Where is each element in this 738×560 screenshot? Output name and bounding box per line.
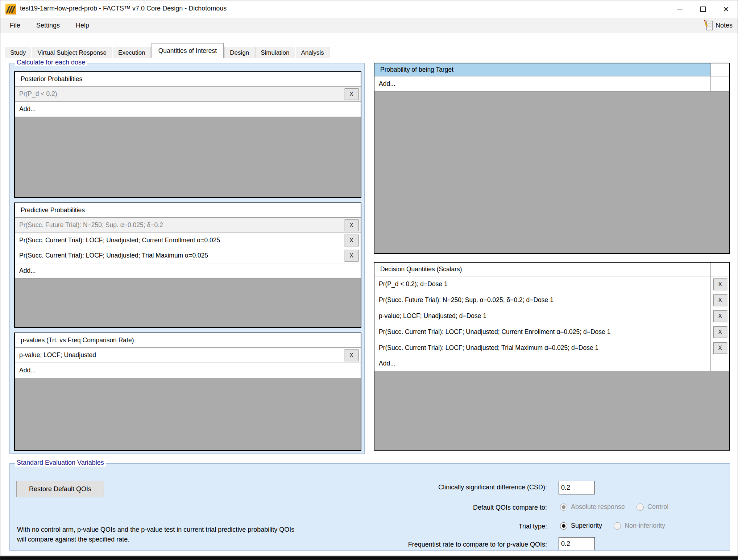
control-label: Control (647, 503, 668, 511)
panel-empty-area (374, 371, 729, 450)
non-inferiority-radio (614, 522, 621, 530)
trial-type-radios: Superiority Non-inferiority (560, 522, 673, 530)
tab-simulation[interactable]: Simulation (255, 47, 295, 58)
notes-button[interactable]: Notes (704, 18, 733, 33)
calculate-for-each-dose-group: Calculate for each dose Posterior Probab… (9, 63, 365, 454)
remove-row-button[interactable]: X (713, 279, 727, 290)
add-row-label: Add... (15, 363, 342, 378)
qoi-row-label: Pr(Succ. Current Trial): LOCF; Unadjuste… (374, 340, 710, 356)
frequentist-rate-input[interactable] (559, 537, 595, 550)
superiority-radio[interactable] (560, 522, 567, 530)
qoi-row-label: Pr(Succ. Future Trial): N=250; Sup. α=0.… (15, 218, 342, 233)
tab-design[interactable]: Design (224, 47, 254, 58)
menu-file[interactable]: File (0, 18, 28, 33)
qoi-row-label: Pr(P_d < 0.2) (15, 87, 342, 101)
default-qois-compare-label: Default QOIs compare to: (327, 504, 547, 511)
qoi-row[interactable]: Pr(P_d < 0.2); d=Dose 1 X (374, 276, 729, 292)
tab-study[interactable]: Study (5, 47, 31, 58)
tab-analysis[interactable]: Analysis (296, 47, 329, 58)
control-radio (637, 503, 644, 511)
maximize-icon (700, 7, 706, 12)
qoi-row-label: Pr(Succ. Future Trial): N=250; Sup. α=0.… (374, 292, 710, 308)
calculate-group-label: Calculate for each dose (15, 59, 87, 66)
remove-row-button[interactable]: X (713, 342, 727, 354)
remove-row-button[interactable]: X (345, 88, 358, 100)
add-row-label: Add... (15, 263, 342, 278)
qoi-row-label: Pr(P_d < 0.2); d=Dose 1 (374, 276, 710, 292)
tab-quantities-of-interest[interactable]: Quantities of Interest (152, 43, 224, 58)
panel-header: p-values (Trt. vs Freq Comparison Rate) (15, 333, 342, 347)
remove-row-button[interactable]: X (713, 310, 727, 322)
add-row[interactable]: Add... (374, 76, 729, 92)
notes-icon (704, 20, 713, 31)
qoi-row[interactable]: Pr(Succ. Future Trial): N=250; Sup. α=0.… (15, 218, 361, 233)
remove-row-button[interactable]: X (345, 250, 358, 262)
predictive-probabilities-panel: Predictive Probabilities Pr(Succ. Future… (14, 202, 361, 328)
add-row-label: Add... (374, 356, 710, 371)
superiority-label: Superiority (571, 522, 602, 530)
qoi-row[interactable]: Pr(Succ. Future Trial): N=250; Sup. α=0.… (374, 292, 729, 308)
close-button[interactable]: ✕ (714, 0, 738, 18)
panel-header-row: Probability of being Target (374, 63, 729, 76)
qoi-row[interactable]: p-value; LOCF; Unadjusted X (15, 348, 361, 363)
qoi-row[interactable]: Pr(Succ. Current Trial): LOCF; Unadjuste… (374, 340, 729, 356)
menu-settings[interactable]: Settings (28, 18, 68, 33)
window-title: test19-1arm-low-pred-prob - FACTS™ v7.0 … (20, 5, 227, 12)
absolute-response-label: Absolute response (571, 503, 625, 511)
qoi-row[interactable]: Pr(P_d < 0.2) X (15, 87, 361, 102)
csd-label: Clinically significant difference (CSD): (327, 484, 547, 491)
qoi-row-label: Pr(Succ. Current Trial): LOCF; Unadjuste… (374, 324, 710, 340)
notes-label: Notes (716, 22, 733, 29)
add-row[interactable]: Add... (15, 263, 361, 279)
add-row[interactable]: Add... (15, 102, 361, 117)
panel-header: Predictive Probabilities (15, 203, 342, 217)
frequentist-rate-label: Frequentist rate to compare to for p-val… (327, 541, 547, 548)
panel-header: Decision Quantities (Scalars) (374, 263, 710, 276)
qoi-row-label: Pr(Succ. Current Trial): LOCF; Unadjuste… (15, 233, 342, 248)
non-inferiority-label: Non-inferiority (625, 522, 665, 530)
menu-bar: File Settings Help Notes (0, 18, 738, 33)
add-row-label: Add... (15, 102, 342, 117)
panel-empty-area (374, 92, 729, 253)
qoi-row-label: p-value; LOCF; Unadjusted (15, 348, 342, 363)
panel-header-row: p-values (Trt. vs Freq Comparison Rate) (15, 333, 361, 348)
remove-row-button[interactable]: X (713, 294, 727, 306)
posterior-probabilities-panel: Posterior Probabilities Pr(P_d < 0.2) X … (14, 71, 361, 198)
panel-empty-area (15, 378, 361, 450)
panel-header-row: Predictive Probabilities (15, 203, 361, 218)
qoi-row[interactable]: Pr(Succ. Current Trial): LOCF; Unadjuste… (15, 248, 361, 263)
minimize-icon (677, 9, 683, 9)
minimize-button[interactable] (668, 0, 691, 18)
title-bar: test19-1arm-low-pred-prob - FACTS™ v7.0 … (0, 0, 738, 18)
close-icon: ✕ (723, 5, 729, 13)
panel-header: Probability of being Target (374, 63, 710, 76)
qoi-row[interactable]: Pr(Succ. Current Trial): LOCF; Unadjuste… (15, 233, 361, 248)
panel-empty-area (15, 279, 361, 327)
add-row[interactable]: Add... (374, 356, 729, 371)
tab-execution[interactable]: Execution (113, 47, 151, 58)
no-control-arm-note: With no control arm, p-value QOIs and th… (17, 525, 303, 544)
maximize-button[interactable] (691, 0, 714, 18)
trial-type-label: Trial type: (327, 523, 547, 530)
tab-strip: Study Virtual Subject Response Execution… (5, 43, 330, 58)
p-values-panel: p-values (Trt. vs Freq Comparison Rate) … (14, 333, 361, 451)
probability-of-being-target-panel: Probability of being Target Add... (374, 63, 730, 254)
restore-default-qois-button[interactable]: Restore Default QOIs (16, 481, 104, 497)
decision-quantities-panel: Decision Quantities (Scalars) Pr(P_d < 0… (374, 262, 730, 451)
add-row[interactable]: Add... (15, 363, 361, 378)
panel-empty-area (15, 117, 361, 197)
remove-row-button[interactable]: X (345, 235, 358, 246)
qoi-row[interactable]: Pr(Succ. Current Trial): LOCF; Unadjuste… (374, 324, 729, 340)
remove-row-button[interactable]: X (345, 220, 358, 231)
qoi-row-label: Pr(Succ. Current Trial): LOCF; Unadjuste… (15, 248, 342, 263)
panel-header-row: Decision Quantities (Scalars) (374, 263, 729, 276)
remove-row-button[interactable]: X (345, 350, 358, 361)
tab-virtual-subject-response[interactable]: Virtual Subject Response (32, 47, 112, 58)
csd-input[interactable] (559, 481, 595, 494)
remove-row-button[interactable]: X (713, 326, 727, 338)
qoi-row[interactable]: p-value; LOCF; Unadjusted; d=Dose 1 X (374, 308, 729, 324)
menu-help[interactable]: Help (68, 18, 97, 33)
absolute-response-radio (560, 503, 567, 511)
qoi-row-label: p-value; LOCF; Unadjusted; d=Dose 1 (374, 308, 710, 324)
app-icon (5, 4, 16, 14)
